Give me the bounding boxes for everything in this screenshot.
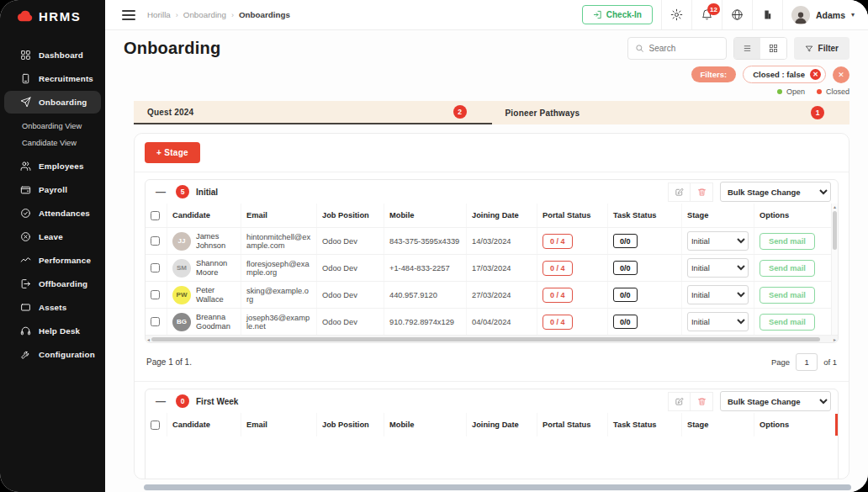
sidebar-item-help-desk[interactable]: Help Desk bbox=[4, 320, 101, 342]
delete-stage-button[interactable] bbox=[691, 183, 713, 202]
row-checkbox[interactable] bbox=[151, 236, 160, 246]
avatar: BG bbox=[172, 313, 191, 331]
page-horizontal-scrollbar[interactable] bbox=[144, 484, 851, 490]
send-mail-button[interactable]: Send mail bbox=[760, 233, 815, 250]
title-row: Onboarding bbox=[124, 37, 849, 60]
sidebar-item-employees[interactable]: Employees bbox=[4, 155, 101, 177]
row-stage-select[interactable]: Initial bbox=[687, 285, 749, 304]
page-number-input[interactable] bbox=[796, 353, 818, 371]
row-stage-select[interactable]: Initial bbox=[687, 312, 749, 331]
recruitments-icon bbox=[20, 73, 31, 84]
remove-filter-icon[interactable]: ✕ bbox=[810, 69, 821, 80]
sidebar-subitem-onboarding-view[interactable]: Onboarding View bbox=[0, 118, 105, 135]
clear-filters-button[interactable]: ✕ bbox=[833, 66, 849, 83]
main-area: Horilla › Onboarding › Onboardings Check… bbox=[105, 0, 868, 492]
chevron-down-icon: ▾ bbox=[851, 11, 855, 19]
legend-closed: Closed bbox=[817, 87, 849, 96]
list-view-button[interactable] bbox=[734, 38, 760, 59]
send-mail-button[interactable]: Send mail bbox=[760, 287, 815, 304]
app-window: HRMS Dashboard Recruitments Onboarding O… bbox=[0, 0, 868, 492]
toolbar: Filter bbox=[627, 37, 849, 60]
avatar: PW bbox=[172, 286, 191, 304]
sidebar-item-leave[interactable]: Leave bbox=[4, 225, 101, 248]
row-stage-select[interactable]: Initial bbox=[687, 258, 749, 278]
tab-quest-2024[interactable]: Quest 2024 2 bbox=[134, 101, 492, 124]
filter-button[interactable]: Filter bbox=[794, 37, 849, 60]
check-in-button[interactable]: Check-In bbox=[582, 5, 653, 24]
edit-pencil-icon bbox=[675, 397, 684, 406]
candidate-name[interactable]: Shannon Moore bbox=[196, 259, 236, 277]
stage-name: Initial bbox=[196, 188, 218, 197]
row-stage-select[interactable]: Initial bbox=[687, 231, 749, 251]
table-row: BGBreanna Goodman joseph36@example.net O… bbox=[146, 308, 838, 335]
employees-icon bbox=[20, 161, 31, 172]
edit-stage-button[interactable] bbox=[668, 183, 691, 202]
delete-stage-button[interactable] bbox=[691, 392, 713, 411]
language-globe-icon[interactable] bbox=[731, 8, 744, 21]
breadcrumb-horilla[interactable]: Horilla bbox=[147, 10, 171, 19]
grid-view-button[interactable] bbox=[760, 38, 786, 59]
tab-count-badge: 2 bbox=[453, 105, 467, 119]
task-status-badge: 0/0 bbox=[613, 288, 638, 302]
configuration-tools-icon bbox=[20, 349, 31, 360]
sidebar-item-dashboard[interactable]: Dashboard bbox=[4, 44, 101, 66]
user-name: Adams bbox=[816, 10, 845, 20]
sidebar-item-attendances[interactable]: Attendances bbox=[4, 202, 101, 225]
candidate-email: sking@example.org bbox=[241, 282, 317, 308]
row-checkbox[interactable] bbox=[151, 317, 160, 326]
filter-chip-closed-false[interactable]: Closed : false ✕ bbox=[743, 66, 826, 83]
bulk-stage-change-select[interactable]: Bulk Stage Change bbox=[720, 182, 831, 202]
tab-pioneer-pathways[interactable]: Pioneer Pathways 1 bbox=[492, 101, 850, 124]
add-stage-button[interactable]: + Stage bbox=[145, 142, 200, 163]
notifications-bell-icon[interactable]: 12 bbox=[701, 8, 713, 21]
search-box bbox=[627, 37, 727, 60]
select-all-checkbox[interactable] bbox=[151, 421, 160, 430]
app-logo[interactable]: HRMS bbox=[0, 0, 105, 32]
sidebar-item-recruitments[interactable]: Recruitments bbox=[4, 67, 101, 90]
search-input[interactable] bbox=[649, 44, 717, 53]
send-mail-button[interactable]: Send mail bbox=[760, 314, 815, 331]
mobile: 910.792.8974x129 bbox=[384, 309, 467, 335]
table-vertical-scrollbar[interactable]: ▴ bbox=[831, 204, 838, 335]
row-checkbox[interactable] bbox=[151, 290, 160, 299]
candidate-name[interactable]: James Johnson bbox=[196, 232, 236, 250]
table-horizontal-scrollbar[interactable]: ◂▸ bbox=[146, 335, 838, 342]
edit-stage-button[interactable] bbox=[668, 392, 691, 411]
breadcrumb-onboarding[interactable]: Onboarding bbox=[183, 10, 226, 19]
row-checkbox[interactable] bbox=[151, 263, 160, 272]
send-mail-button[interactable]: Send mail bbox=[760, 260, 815, 277]
sidebar-subitem-candidate-view[interactable]: Candidate View bbox=[0, 135, 105, 151]
content: Onboarding bbox=[105, 30, 868, 492]
offboarding-exit-icon bbox=[20, 278, 31, 289]
mobile: +1-484-833-2257 bbox=[384, 255, 467, 281]
bulk-stage-change-select[interactable]: Bulk Stage Change bbox=[720, 391, 831, 411]
stage-count-badge: 0 bbox=[176, 394, 189, 408]
stage-tools: Bulk Stage Change bbox=[668, 182, 831, 202]
company-building-icon[interactable] bbox=[761, 8, 774, 21]
select-all-checkbox[interactable] bbox=[151, 211, 160, 220]
sidebar-item-configuration[interactable]: Configuration bbox=[4, 343, 101, 366]
search-icon bbox=[635, 44, 644, 53]
sidebar-item-performance[interactable]: Performance bbox=[4, 249, 101, 272]
menu-toggle-icon[interactable] bbox=[122, 10, 135, 20]
sidebar-item-offboarding[interactable]: Offboarding bbox=[4, 272, 101, 295]
collapse-stage-icon[interactable]: — bbox=[156, 187, 166, 197]
assets-icon bbox=[20, 302, 31, 313]
breadcrumb-onboardings[interactable]: Onboardings bbox=[239, 10, 290, 19]
candidate-name[interactable]: Peter Wallace bbox=[196, 286, 236, 304]
portal-status-badge: 0 / 4 bbox=[542, 234, 573, 249]
table-header-row: Candidate Email Job Position Mobile Join… bbox=[146, 204, 838, 227]
sidebar-item-assets[interactable]: Assets bbox=[4, 296, 101, 319]
settings-gear-icon[interactable] bbox=[670, 8, 683, 21]
sidebar-item-onboarding[interactable]: Onboarding bbox=[4, 91, 101, 114]
table-header-row: Candidate Email Job Position Mobile Join… bbox=[146, 413, 838, 436]
candidate-table: Candidate Email Job Position Mobile Join… bbox=[146, 204, 838, 342]
breadcrumb: Horilla › Onboarding › Onboardings bbox=[147, 10, 290, 19]
sidebar-item-payroll[interactable]: Payroll bbox=[4, 178, 101, 201]
sidebar-nav: Dashboard Recruitments Onboarding Onboar… bbox=[0, 32, 105, 367]
user-menu[interactable]: Adams ▾ bbox=[791, 6, 858, 24]
logo-cloud-icon bbox=[17, 10, 34, 22]
candidate-name[interactable]: Breanna Goodman bbox=[196, 313, 236, 331]
collapse-stage-icon[interactable]: — bbox=[156, 396, 166, 406]
page-summary: Page 1 of 1. bbox=[146, 357, 192, 367]
